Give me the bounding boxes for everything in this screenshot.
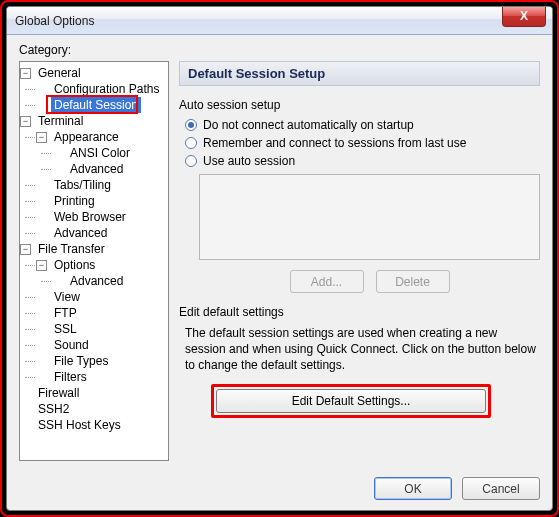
tree-item-sound[interactable]: Sound bbox=[51, 337, 92, 353]
tree-item-general[interactable]: General bbox=[35, 65, 84, 81]
tree-item-file-transfer[interactable]: File Transfer bbox=[35, 241, 108, 257]
tree-item-filters[interactable]: Filters bbox=[51, 369, 90, 385]
collapse-icon[interactable]: − bbox=[20, 116, 31, 127]
collapse-icon[interactable]: − bbox=[36, 132, 47, 143]
collapse-icon[interactable]: − bbox=[20, 68, 31, 79]
tree-item-printing[interactable]: Printing bbox=[51, 193, 98, 209]
close-button[interactable]: X bbox=[502, 7, 546, 27]
tree-item-tabs-tiling[interactable]: Tabs/Tiling bbox=[51, 177, 114, 193]
highlight-box: Edit Default Settings... bbox=[211, 384, 491, 418]
tree-item-ftp[interactable]: FTP bbox=[51, 305, 80, 321]
radio-auto-session[interactable]: Use auto session bbox=[185, 154, 540, 168]
add-button: Add... bbox=[290, 270, 364, 293]
delete-button: Delete bbox=[376, 270, 450, 293]
close-icon: X bbox=[520, 9, 528, 23]
session-listbox bbox=[199, 174, 540, 260]
tree-item-options[interactable]: Options bbox=[51, 257, 98, 273]
tree-item-advanced[interactable]: Advanced bbox=[67, 161, 126, 177]
radio-icon bbox=[185, 155, 197, 167]
ok-button[interactable]: OK bbox=[374, 477, 452, 500]
collapse-icon[interactable]: − bbox=[20, 244, 31, 255]
dialog-window: Global Options X Category: −General Conf… bbox=[6, 6, 553, 511]
cancel-button[interactable]: Cancel bbox=[462, 477, 540, 500]
category-label: Category: bbox=[19, 43, 540, 57]
edit-defaults-title: Edit default settings bbox=[179, 305, 540, 319]
panel-header: Default Session Setup bbox=[179, 61, 540, 86]
tree-item-appearance[interactable]: Appearance bbox=[51, 129, 122, 145]
tree-item-ssh-host-keys[interactable]: SSH Host Keys bbox=[35, 417, 124, 433]
radio-label: Remember and connect to sessions from la… bbox=[203, 136, 466, 150]
tree-item-config-paths[interactable]: Configuration Paths bbox=[51, 81, 162, 97]
edit-default-settings-button[interactable]: Edit Default Settings... bbox=[216, 389, 486, 413]
collapse-icon[interactable]: − bbox=[36, 260, 47, 271]
edit-defaults-group: Edit default settings The default sessio… bbox=[179, 305, 540, 418]
titlebar: Global Options X bbox=[7, 7, 552, 35]
tree-item-web-browser[interactable]: Web Browser bbox=[51, 209, 129, 225]
edit-defaults-desc: The default session settings are used wh… bbox=[185, 325, 540, 374]
tree-item-view[interactable]: View bbox=[51, 289, 83, 305]
tree-item-default-session[interactable]: Default Session bbox=[51, 97, 141, 113]
tree-item-ansi-color[interactable]: ANSI Color bbox=[67, 145, 133, 161]
tree-item-file-types[interactable]: File Types bbox=[51, 353, 111, 369]
settings-panel: Default Session Setup Auto session setup… bbox=[179, 61, 540, 461]
auto-session-group: Auto session setup Do not connect automa… bbox=[179, 98, 540, 293]
auto-session-title: Auto session setup bbox=[179, 98, 540, 112]
radio-icon bbox=[185, 137, 197, 149]
tree-item-advanced-3[interactable]: Advanced bbox=[67, 273, 126, 289]
tree-item-terminal[interactable]: Terminal bbox=[35, 113, 86, 129]
radio-label: Use auto session bbox=[203, 154, 295, 168]
radio-remember[interactable]: Remember and connect to sessions from la… bbox=[185, 136, 540, 150]
radio-no-connect[interactable]: Do not connect automatically on startup bbox=[185, 118, 540, 132]
dialog-buttons: OK Cancel bbox=[7, 471, 552, 510]
category-tree[interactable]: −General Configuration Paths Default Ses… bbox=[19, 61, 169, 461]
tree-item-firewall[interactable]: Firewall bbox=[35, 385, 82, 401]
window-title: Global Options bbox=[15, 14, 94, 28]
radio-label: Do not connect automatically on startup bbox=[203, 118, 414, 132]
radio-icon bbox=[185, 119, 197, 131]
tree-item-ssl[interactable]: SSL bbox=[51, 321, 80, 337]
tree-item-ssh2[interactable]: SSH2 bbox=[35, 401, 72, 417]
tree-item-advanced-2[interactable]: Advanced bbox=[51, 225, 110, 241]
